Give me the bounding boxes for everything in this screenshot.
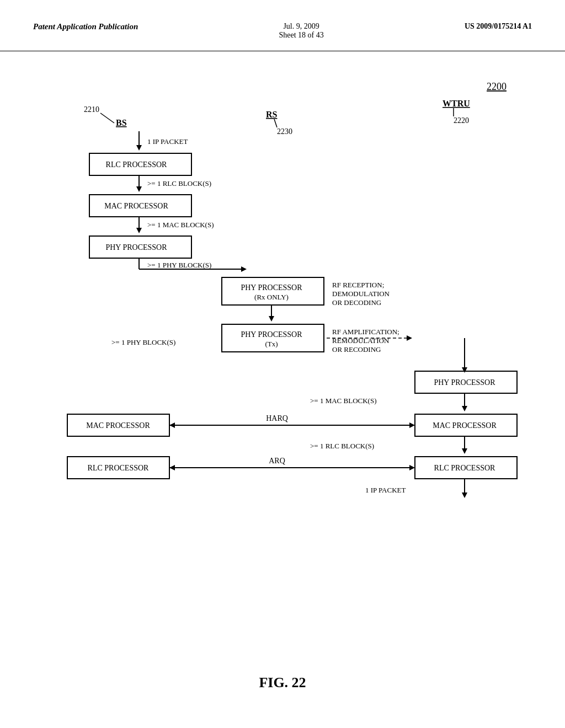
publication-text: Patent Application Publication bbox=[33, 22, 138, 31]
svg-marker-13 bbox=[269, 316, 274, 322]
phy-block-2-label: >= 1 PHY BLOCK(S) bbox=[111, 338, 175, 346]
diagram-number: 2200 bbox=[487, 81, 507, 92]
svg-line-0 bbox=[100, 113, 114, 123]
mac-processor-wtru-text: MAC PROCESSOR bbox=[433, 421, 497, 430]
date-text: Jul. 9, 2009 bbox=[279, 22, 323, 31]
wtru-number-label: 2220 bbox=[454, 116, 469, 125]
svg-marker-22 bbox=[409, 422, 415, 428]
rf-amplification-label: RF AMPLIFICATION; bbox=[332, 328, 399, 336]
or-recoding-label: OR RECODING bbox=[332, 345, 381, 354]
svg-marker-19 bbox=[462, 406, 467, 411]
rs-label: RS bbox=[266, 110, 278, 119]
bs-label: BS bbox=[116, 118, 127, 127]
ip-packet-out-label: 1 IP PACKET bbox=[365, 486, 406, 494]
bs-number-label: 2210 bbox=[84, 105, 99, 114]
ip-packet-in-label: 1 IP PACKET bbox=[147, 137, 188, 146]
svg-marker-27 bbox=[409, 465, 415, 470]
figure-caption: FIG. 22 bbox=[11, 675, 554, 691]
rlc-block-1-label: >= 1 RLC BLOCK(S) bbox=[147, 179, 211, 188]
phy-processor-bs-text: PHY PROCESSOR bbox=[105, 243, 167, 251]
svg-marker-17 bbox=[462, 367, 467, 373]
fig22-diagram: 2200 2210 BS RS 2230 WTRU 2220 1 IP PACK… bbox=[34, 62, 531, 669]
svg-marker-4 bbox=[136, 145, 142, 151]
mac-block-2-label: >= 1 MAC BLOCK(S) bbox=[310, 397, 376, 405]
mac-processor-bs-text: MAC PROCESSOR bbox=[104, 202, 168, 210]
phy-processor-rx-text: PHY PROCESSOR bbox=[241, 283, 302, 292]
rf-reception-label: RF RECEPTION; bbox=[332, 281, 384, 289]
patent-number: US 2009/0175214 A1 bbox=[465, 22, 532, 31]
svg-marker-24 bbox=[462, 448, 467, 454]
sheet-text: Sheet 18 of 43 bbox=[279, 31, 323, 40]
svg-marker-11 bbox=[241, 266, 247, 272]
mac-processor-rs-left-text: MAC PROCESSOR bbox=[86, 421, 150, 430]
mac-block-1-label: >= 1 MAC BLOCK(S) bbox=[147, 221, 214, 229]
rlc-processor-bs-text: RLC PROCESSOR bbox=[106, 160, 168, 169]
header-center: Jul. 9, 2009 Sheet 18 of 43 bbox=[279, 22, 323, 40]
rlc-processor-rs-left-text: RLC PROCESSOR bbox=[88, 464, 150, 472]
rs-number-label: 2230 bbox=[277, 127, 292, 136]
phy-tx-text: (Tx) bbox=[265, 340, 278, 348]
svg-marker-6 bbox=[136, 186, 142, 192]
arq-label: ARQ bbox=[269, 457, 285, 465]
phy-processor-tx-text: PHY PROCESSOR bbox=[241, 330, 302, 339]
phy-processor-wtru-text: PHY PROCESSOR bbox=[434, 378, 495, 387]
wtru-label: WTRU bbox=[443, 99, 470, 108]
svg-marker-21 bbox=[169, 422, 175, 428]
svg-marker-26 bbox=[169, 465, 175, 470]
demodulation-label: DEMODULATION bbox=[332, 290, 390, 298]
svg-marker-29 bbox=[462, 493, 467, 498]
publication-label: Patent Application Publication bbox=[33, 22, 138, 31]
phy-rx-only-text: (Rx ONLY) bbox=[254, 293, 289, 301]
rlc-processor-wtru-text: RLC PROCESSOR bbox=[434, 464, 496, 472]
svg-marker-8 bbox=[136, 228, 142, 233]
harq-label: HARQ bbox=[266, 414, 288, 422]
svg-marker-15 bbox=[407, 335, 412, 341]
page-header: Patent Application Publication Jul. 9, 2… bbox=[0, 0, 565, 51]
svg-line-1 bbox=[274, 119, 277, 127]
or-decoding-label: OR DECODING bbox=[332, 298, 381, 307]
patent-text: US 2009/0175214 A1 bbox=[465, 22, 532, 30]
phy-block-1-label: >= 1 PHY BLOCK(S) bbox=[147, 261, 211, 269]
rlc-block-2-label: >= 1 RLC BLOCK(S) bbox=[310, 442, 374, 450]
figure-label-text: FIG. 22 bbox=[259, 675, 306, 690]
diagram-area: 2200 2210 BS RS 2230 WTRU 2220 1 IP PACK… bbox=[0, 51, 565, 719]
